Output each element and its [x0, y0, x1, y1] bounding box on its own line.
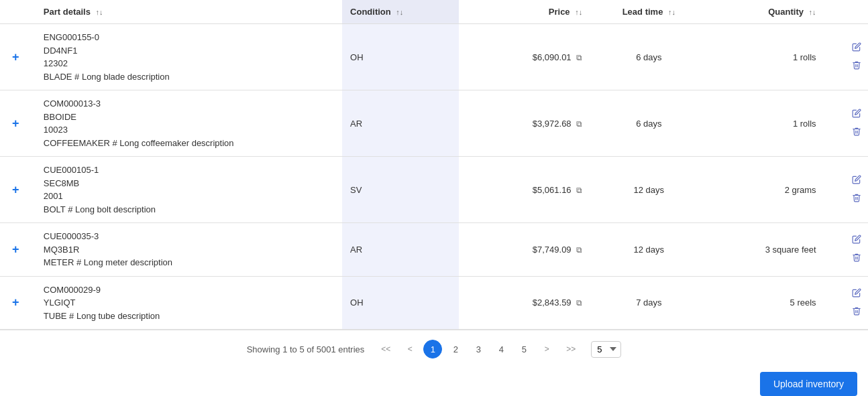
delete-button-3[interactable]: [851, 192, 863, 206]
pagination-page-4[interactable]: 4: [492, 341, 510, 358]
price-cell-4: $7,749.09 ⧉: [459, 223, 590, 277]
pagination-next[interactable]: >: [537, 341, 556, 357]
price-value: $3,972.68: [533, 119, 572, 129]
pagination-info: Showing 1 to 5 of 5001 entries: [247, 344, 365, 354]
action-cell-2: [824, 90, 868, 157]
part-num: 10023: [44, 125, 68, 135]
lead-time-cell-4: 12 days: [590, 223, 707, 277]
add-btn-3: +: [0, 157, 36, 223]
pagination: Showing 1 to 5 of 5001 entries << < 1 2 …: [0, 330, 868, 365]
quantity-cell-5: 5 reels: [707, 276, 824, 330]
add-row-button-1[interactable]: +: [7, 48, 25, 67]
col-condition: Condition ↑↓: [342, 0, 459, 24]
part-desc: COFFEEMAKER # Long coffeemaker descripti…: [44, 138, 234, 148]
part-details-cell-4: CUE000035-3MQ3B1RMETER # Long meter desc…: [36, 223, 342, 277]
part-desc: BLADE # Long blade description: [44, 72, 170, 82]
condition-cell-4: AR: [342, 223, 459, 277]
quantity-cell-3: 2 grams: [707, 157, 824, 223]
action-cell-5: [824, 276, 868, 330]
part-sub: DD4NF1: [44, 46, 78, 56]
condition-cell-5: OH: [342, 276, 459, 330]
part-id: ENG000155-0: [44, 32, 99, 42]
part-id: CUE000035-3: [44, 231, 99, 241]
part-sub: MQ3B1R: [44, 245, 79, 255]
sort-quantity-icon[interactable]: ↑↓: [809, 8, 816, 16]
action-cell-4: [824, 223, 868, 277]
table-row: +CUE000035-3MQ3B1RMETER # Long meter des…: [0, 223, 868, 277]
pagination-page-3[interactable]: 3: [469, 341, 488, 358]
lead-time-cell-2: 6 days: [590, 90, 707, 157]
upload-inventory-button[interactable]: Upload inventory: [760, 372, 857, 396]
table-row: +COM000029-9YLGIQTTUBE # Long tube descr…: [0, 276, 868, 330]
copy-price-icon[interactable]: ⧉: [576, 245, 582, 255]
part-details-cell-2: COM000013-3BBOIDE10023COFFEEMAKER # Long…: [36, 90, 342, 157]
delete-button-5[interactable]: [851, 305, 863, 319]
edit-button-4[interactable]: [851, 233, 863, 247]
lead-time-cell-5: 7 days: [590, 276, 707, 330]
sort-price-icon[interactable]: ↑↓: [575, 8, 582, 16]
price-cell-2: $3,972.68 ⧉: [459, 90, 590, 157]
copy-price-icon[interactable]: ⧉: [576, 298, 582, 308]
pagination-page-5[interactable]: 5: [514, 341, 533, 358]
edit-button-2[interactable]: [851, 107, 863, 121]
add-btn-2: +: [0, 90, 36, 157]
lead-time-cell-1: 6 days: [590, 24, 707, 90]
part-num: 2001: [44, 191, 63, 201]
copy-price-icon[interactable]: ⧉: [576, 186, 582, 195]
part-id: CUE000105-1: [44, 165, 99, 175]
price-cell-3: $5,061.16 ⧉: [459, 157, 590, 223]
part-num: 12302: [44, 58, 68, 68]
part-details-cell-1: ENG000155-0DD4NF112302BLADE # Long blade…: [36, 24, 342, 90]
page-size-select[interactable]: 5 10 25 50: [591, 341, 621, 358]
part-id: COM000029-9: [44, 285, 101, 295]
condition-cell-1: OH: [342, 24, 459, 90]
sort-condition-icon[interactable]: ↑↓: [396, 8, 403, 16]
table-row: +CUE000105-1SEC8MB2001BOLT # Long bolt d…: [0, 157, 868, 223]
col-actions: [824, 0, 868, 24]
delete-button-1[interactable]: [851, 59, 863, 73]
col-price: Price ↑↓: [459, 0, 590, 24]
pagination-page-1[interactable]: 1: [423, 340, 442, 358]
pagination-prev[interactable]: <: [400, 341, 419, 357]
copy-price-icon[interactable]: ⧉: [576, 119, 582, 129]
table-row: +ENG000155-0DD4NF112302BLADE # Long blad…: [0, 24, 868, 90]
delete-button-4[interactable]: [851, 251, 863, 265]
edit-button-5[interactable]: [851, 287, 863, 301]
add-btn-4: +: [0, 223, 36, 277]
delete-button-2[interactable]: [851, 125, 863, 139]
sort-part-details-icon[interactable]: ↑↓: [96, 8, 103, 16]
pagination-page-2[interactable]: 2: [446, 341, 465, 358]
add-btn-1: +: [0, 24, 36, 90]
col-part-details: Part details ↑↓: [36, 0, 342, 24]
copy-price-icon[interactable]: ⧉: [576, 53, 582, 62]
price-value: $2,843.59: [533, 298, 572, 308]
sort-lead-time-icon[interactable]: ↑↓: [668, 8, 675, 16]
price-value: $5,061.16: [533, 185, 572, 195]
add-row-button-4[interactable]: +: [7, 240, 25, 259]
col-quantity: Quantity ↑↓: [707, 0, 824, 24]
col-lead-time: Lead time ↑↓: [590, 0, 707, 24]
add-row-button-3[interactable]: +: [7, 180, 25, 200]
action-cell-3: [824, 157, 868, 223]
part-details-cell-3: CUE000105-1SEC8MB2001BOLT # Long bolt de…: [36, 157, 342, 223]
pagination-first[interactable]: <<: [375, 341, 396, 357]
quantity-cell-4: 3 square feet: [707, 223, 824, 277]
pagination-last[interactable]: >>: [560, 341, 582, 357]
add-btn-5: +: [0, 276, 36, 330]
col-add: [0, 0, 36, 24]
quantity-cell-1: 1 rolls: [707, 24, 824, 90]
part-sub: YLGIQT: [44, 298, 76, 308]
add-row-button-5[interactable]: +: [7, 293, 25, 312]
part-sub: SEC8MB: [44, 178, 79, 188]
edit-button-1[interactable]: [851, 41, 863, 55]
part-desc: TUBE # Long tube description: [44, 311, 160, 321]
edit-button-3[interactable]: [851, 174, 863, 188]
price-value: $7,749.09: [533, 245, 572, 255]
condition-cell-2: AR: [342, 90, 459, 157]
table-row: +COM000013-3BBOIDE10023COFFEEMAKER # Lon…: [0, 90, 868, 157]
action-cell-1: [824, 24, 868, 90]
condition-cell-3: SV: [342, 157, 459, 223]
price-value: $6,090.01: [533, 52, 572, 62]
add-row-button-2[interactable]: +: [7, 114, 25, 133]
part-desc: METER # Long meter description: [44, 257, 172, 267]
